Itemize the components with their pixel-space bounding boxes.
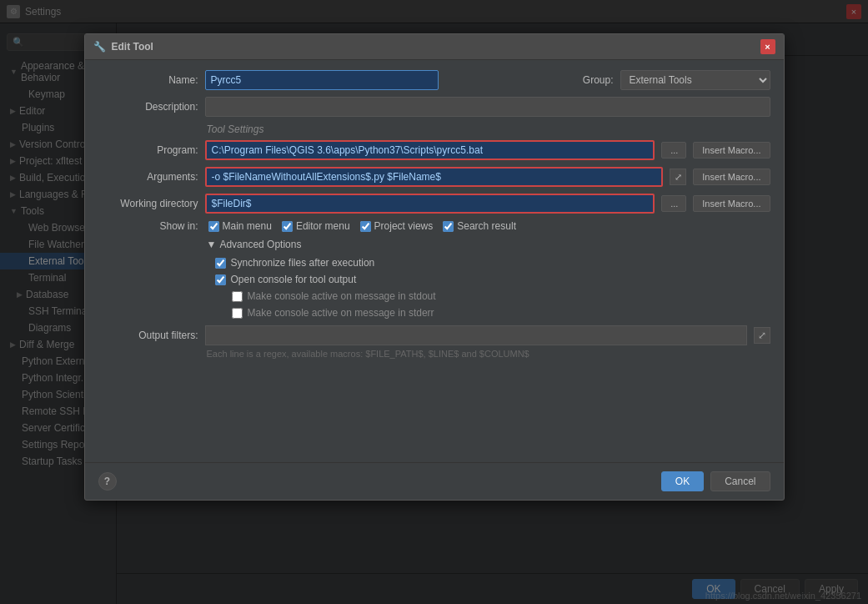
sync-files-label: Synchronize files after execution	[231, 257, 375, 269]
program-label: Program:	[98, 144, 198, 156]
dialog-title-text: Edit Tool	[112, 41, 755, 53]
show-in-project-views-checkbox[interactable]	[360, 221, 371, 232]
arguments-input[interactable]	[205, 167, 664, 187]
description-input[interactable]	[205, 97, 770, 117]
show-in-label: Show in:	[98, 220, 198, 232]
show-in-main-menu-label: Main menu	[223, 220, 272, 232]
edit-tool-dialog: 🔧 Edit Tool × Name: Group: External Tool…	[84, 33, 785, 501]
make-active-stderr-checkbox[interactable]	[232, 308, 243, 319]
description-row: Description:	[98, 97, 770, 117]
dialog-close-button[interactable]: ×	[760, 39, 775, 54]
advanced-options-content: Synchronize files after execution Open c…	[98, 257, 770, 319]
working-dir-label: Working directory	[98, 198, 198, 209]
show-in-editor-menu-label: Editor menu	[296, 220, 350, 232]
wd-browse-button[interactable]: ...	[661, 195, 686, 212]
dialog-body: Name: Group: External Tools Description:…	[85, 60, 784, 462]
dialog-title-icon: 🔧	[93, 40, 107, 53]
advanced-options-label: Advanced Options	[219, 239, 301, 250]
open-console-label: Open console for tool output	[231, 274, 357, 285]
tool-settings-label: Tool Settings	[98, 123, 770, 135]
output-filters-hint: Each line is a regex, available macros: …	[98, 349, 770, 359]
name-input[interactable]	[205, 70, 439, 90]
dialog-help-button[interactable]: ?	[98, 472, 117, 491]
dialog-action-buttons: OK Cancel	[661, 471, 770, 491]
working-dir-input[interactable]	[205, 194, 655, 214]
group-select[interactable]: External Tools	[620, 70, 770, 90]
sync-files-row: Synchronize files after execution	[215, 257, 770, 269]
group-label: Group:	[583, 74, 614, 86]
wd-insert-macro-button[interactable]: Insert Macro...	[693, 195, 770, 212]
advanced-options-toggle[interactable]: ▼ Advanced Options	[98, 239, 770, 250]
show-in-main-menu: Main menu	[208, 220, 272, 232]
arguments-label: Arguments:	[98, 171, 198, 183]
make-active-stdout-label: Make console active on message in stdout	[248, 290, 436, 302]
show-in-project-views-label: Project views	[374, 220, 434, 232]
modal-overlay: 🔧 Edit Tool × Name: Group: External Tool…	[0, 0, 868, 604]
make-active-stdout-row: Make console active on message in stdout	[215, 290, 770, 302]
arguments-row: Arguments: ⤢ Insert Macro...	[98, 167, 770, 187]
dialog-ok-button[interactable]: OK	[661, 471, 704, 491]
output-filters-label: Output filters:	[98, 330, 198, 341]
working-dir-row: Working directory ... Insert Macro...	[98, 194, 770, 214]
advanced-toggle-arrow: ▼	[207, 239, 217, 250]
show-in-main-menu-checkbox[interactable]	[208, 221, 219, 232]
arguments-expand-button[interactable]: ⤢	[670, 169, 686, 185]
description-label: Description:	[98, 101, 198, 113]
program-insert-macro-button[interactable]: Insert Macro...	[693, 142, 770, 159]
name-row: Name: Group: External Tools	[98, 70, 770, 90]
program-browse-button[interactable]: ...	[661, 142, 686, 159]
open-console-row: Open console for tool output	[215, 274, 770, 285]
open-console-checkbox[interactable]	[215, 274, 226, 285]
make-active-stderr-label: Make console active on message in stderr	[248, 307, 434, 319]
output-filters-row: Output filters: ⤢	[98, 325, 770, 345]
show-in-search-result-label: Search result	[457, 220, 516, 232]
program-row: Program: ... Insert Macro...	[98, 140, 770, 160]
show-in-editor-menu-checkbox[interactable]	[282, 221, 293, 232]
make-active-stdout-checkbox[interactable]	[232, 291, 243, 302]
output-filters-expand-button[interactable]: ⤢	[754, 327, 770, 344]
output-filters-input[interactable]	[205, 325, 747, 345]
show-in-search-result: Search result	[443, 220, 516, 232]
arguments-insert-macro-button[interactable]: Insert Macro...	[693, 169, 770, 185]
make-active-stderr-row: Make console active on message in stderr	[215, 307, 770, 319]
dialog-footer: ? OK Cancel	[85, 462, 784, 500]
show-in-row: Show in: Main menu Editor menu Project v…	[98, 220, 770, 232]
dialog-titlebar: 🔧 Edit Tool ×	[85, 34, 784, 60]
show-in-search-result-checkbox[interactable]	[443, 221, 454, 232]
sync-files-checkbox[interactable]	[215, 258, 226, 269]
advanced-options-section: ▼ Advanced Options Synchronize files aft…	[98, 239, 770, 319]
dialog-cancel-button[interactable]: Cancel	[710, 471, 770, 491]
show-in-editor-menu: Editor menu	[282, 220, 350, 232]
show-in-project-views: Project views	[360, 220, 434, 232]
program-input[interactable]	[205, 140, 655, 160]
name-label: Name:	[98, 74, 198, 86]
